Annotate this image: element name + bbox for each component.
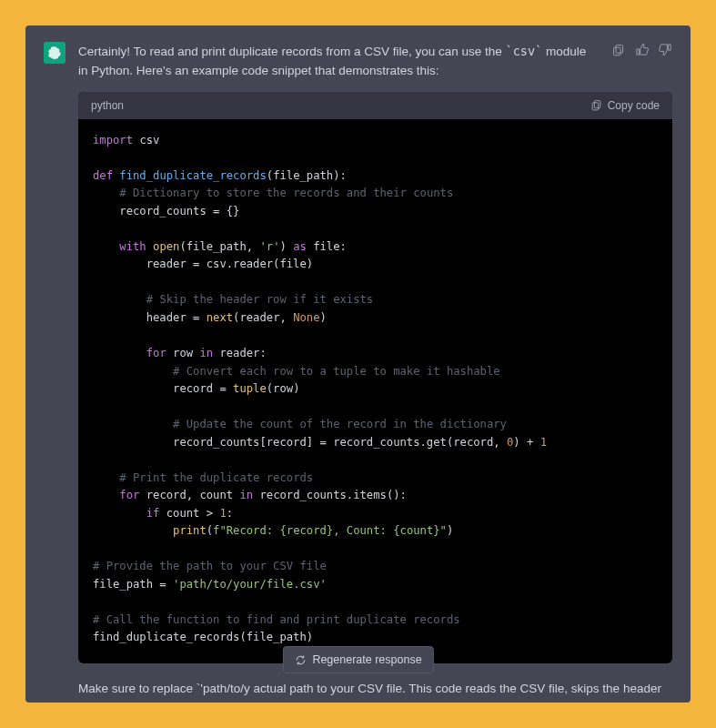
feedback-icon-group (610, 42, 672, 56)
thumbs-up-icon (635, 43, 649, 56)
thumbs-down-button[interactable] (658, 42, 672, 56)
intro-text-1: Certainly! To read and print duplicate r… (78, 45, 506, 58)
svg-rect-0 (616, 45, 623, 53)
thumbs-down-icon (659, 43, 672, 56)
intro-inline-code: `csv` (506, 44, 543, 58)
assistant-message-text: Certainly! To read and print duplicate r… (78, 42, 598, 81)
assistant-logo-icon (47, 46, 62, 60)
regenerate-response-button[interactable]: Regenerate response (282, 646, 433, 673)
after-part1: Make sure to replace (78, 682, 197, 695)
code-language-label: python (91, 99, 124, 112)
copy-code-button[interactable]: Copy code (590, 99, 660, 112)
code-block: python Copy code import csv def find_dup… (78, 92, 672, 663)
regenerate-label: Regenerate response (312, 653, 421, 666)
clipboard-icon (590, 99, 602, 111)
code-block-header: python Copy code (78, 92, 672, 119)
copy-message-button[interactable] (610, 42, 625, 56)
svg-rect-1 (613, 47, 620, 56)
after-inline-code: `'path/to/y (197, 682, 250, 695)
thumbs-up-button[interactable] (634, 42, 649, 56)
refresh-icon (294, 654, 306, 666)
assistant-message-row: Certainly! To read and print duplicate r… (25, 25, 691, 81)
clipboard-icon (611, 43, 625, 56)
copy-code-label: Copy code (608, 99, 660, 112)
svg-rect-3 (592, 103, 599, 110)
assistant-avatar (44, 42, 66, 64)
chat-window: Certainly! To read and print duplicate r… (25, 25, 691, 703)
svg-rect-2 (594, 101, 600, 108)
code-body[interactable]: import csv def find_duplicate_records(fi… (78, 119, 672, 663)
